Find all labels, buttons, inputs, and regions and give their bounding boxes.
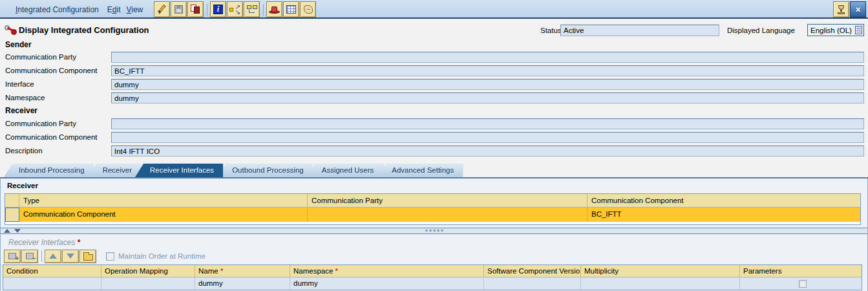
interfaces-table-row[interactable]: dummy dummy bbox=[3, 277, 862, 290]
toolbar-separator bbox=[204, 1, 210, 17]
cell-condition[interactable] bbox=[3, 277, 101, 290]
column-header-namespace[interactable]: Namespace * bbox=[290, 265, 484, 277]
receiver-table: Type Communication Party Communication C… bbox=[5, 193, 861, 225]
relations-button[interactable]: ↗↘ bbox=[227, 1, 243, 17]
receiver-interfaces-title-text: Receiver Interfaces bbox=[8, 238, 75, 247]
column-header-parameters[interactable]: Parameters bbox=[740, 265, 862, 277]
favorites-icon bbox=[837, 5, 845, 14]
info-button[interactable]: i bbox=[210, 1, 226, 17]
tab-receiver-interfaces[interactable]: Receiver Interfaces bbox=[135, 164, 223, 177]
tab-content-panel: Receiver Type Communication Party Commun… bbox=[0, 178, 868, 291]
sender-interface-field[interactable]: dummy bbox=[111, 79, 864, 90]
copy-icon bbox=[191, 5, 201, 14]
receiver-table-footer bbox=[5, 222, 860, 224]
tab-outbound-processing[interactable]: Outbound Processing bbox=[217, 164, 313, 177]
column-header-name[interactable]: Name * bbox=[195, 265, 290, 277]
dropdown-list-icon[interactable] bbox=[855, 26, 862, 34]
page-title: Display Integrated Configuration bbox=[19, 25, 149, 35]
menu-bar: Integrated Configuration Edit View i ↗↘ … bbox=[0, 0, 868, 19]
collapse-down-icon[interactable] bbox=[14, 229, 21, 233]
menu-items: Integrated Configuration Edit View bbox=[16, 0, 151, 19]
tab-receiver[interactable]: Receiver bbox=[88, 164, 141, 177]
close-button[interactable]: × bbox=[850, 1, 866, 17]
open-folder-icon bbox=[83, 254, 93, 261]
cell-software-component-version[interactable] bbox=[484, 277, 581, 290]
cell-communication-party[interactable] bbox=[308, 208, 587, 222]
sender-party-field[interactable] bbox=[111, 52, 864, 63]
receiver-interfaces-toolbar: + − Maintain Order at Runtime bbox=[4, 249, 206, 263]
column-header-communication-component[interactable]: Communication Component bbox=[587, 194, 860, 207]
sap-window: Integrated Configuration Edit View i ↗↘ … bbox=[0, 0, 868, 291]
relations-icon: ↗↘ bbox=[229, 5, 240, 14]
receiver-party-field[interactable] bbox=[111, 118, 864, 129]
column-header-type[interactable]: Type bbox=[19, 194, 308, 207]
column-header-software-component-version[interactable]: Software Component Version bbox=[484, 265, 581, 277]
receiver-interfaces-title: Receiver Interfaces * bbox=[8, 238, 80, 247]
cell-type[interactable]: Communication Component bbox=[19, 208, 308, 222]
menu-edit[interactable]: Edit bbox=[107, 5, 121, 14]
move-up-button[interactable] bbox=[45, 250, 61, 263]
save-icon bbox=[175, 5, 183, 14]
parameters-checkbox[interactable] bbox=[799, 280, 807, 288]
hat-button[interactable] bbox=[266, 1, 282, 17]
menu-view[interactable]: View bbox=[126, 5, 143, 14]
sender-component-field[interactable]: BC_IFTT bbox=[111, 65, 864, 76]
required-marker: * bbox=[78, 238, 81, 247]
cell-communication-component[interactable]: BC_IFTT bbox=[587, 208, 860, 222]
maintain-order-checkbox[interactable] bbox=[106, 252, 114, 261]
display-change-button[interactable] bbox=[154, 1, 170, 17]
copy-button[interactable] bbox=[187, 1, 204, 17]
receiver-table-row-selected[interactable]: Communication Component BC_IFTT bbox=[5, 208, 860, 222]
receiver-table-header: Type Communication Party Communication C… bbox=[5, 194, 860, 208]
receiver-party-label: Communication Party bbox=[5, 120, 76, 127]
move-down-button[interactable] bbox=[62, 250, 79, 263]
receiver-component-field[interactable] bbox=[111, 132, 864, 143]
tab-inbound-processing[interactable]: Inbound Processing bbox=[4, 164, 94, 177]
collapse-up-icon[interactable] bbox=[4, 229, 10, 233]
toolbar-separator bbox=[39, 248, 45, 264]
status-field[interactable]: Active bbox=[560, 25, 719, 36]
where-used-icon bbox=[247, 5, 257, 14]
save-button[interactable] bbox=[171, 1, 187, 17]
splitter-grip-icon[interactable] bbox=[425, 230, 443, 232]
info-icon: i bbox=[213, 5, 223, 14]
column-header-condition[interactable]: Condition bbox=[3, 265, 101, 277]
column-header-communication-party[interactable]: Communication Party bbox=[308, 194, 587, 207]
hat-icon bbox=[269, 5, 280, 14]
sender-interface-label: Interface bbox=[5, 80, 34, 88]
row-selector[interactable] bbox=[5, 208, 19, 222]
cell-operation-mapping[interactable] bbox=[101, 277, 195, 290]
where-used-button[interactable] bbox=[244, 1, 260, 17]
displayed-language-combo[interactable]: English (OL) bbox=[807, 24, 864, 36]
menu-integrated-configuration[interactable]: Integrated Configuration bbox=[16, 5, 99, 14]
tab-assigned-users[interactable]: Assigned Users bbox=[307, 164, 383, 177]
receiver-description-label: Description bbox=[5, 147, 43, 155]
cell-name[interactable]: dummy bbox=[195, 277, 290, 290]
toolbar: i ↗↘ bbox=[154, 1, 317, 17]
sender-component-label: Communication Component bbox=[5, 67, 98, 74]
cell-multiplicity[interactable] bbox=[581, 277, 740, 290]
tab-advanced-settings[interactable]: Advanced Settings bbox=[377, 164, 463, 177]
move-up-icon bbox=[49, 253, 57, 259]
receiver-description-field[interactable]: Int4 IFTT ICO bbox=[111, 146, 864, 156]
open-folder-button[interactable] bbox=[79, 250, 96, 263]
insert-row-button[interactable]: + bbox=[4, 250, 21, 263]
display-change-icon bbox=[157, 5, 167, 14]
delete-row-button[interactable]: − bbox=[21, 250, 38, 263]
integrated-configuration-icon bbox=[5, 25, 17, 35]
table-view-button[interactable] bbox=[283, 1, 299, 17]
column-header-multiplicity[interactable]: Multiplicity bbox=[581, 265, 740, 277]
sender-namespace-field[interactable]: dummy bbox=[111, 92, 864, 103]
move-down-icon bbox=[67, 253, 74, 259]
column-header-operation-mapping[interactable]: Operation Mapping bbox=[101, 265, 195, 277]
cell-namespace[interactable]: dummy bbox=[290, 277, 484, 290]
splitter-bar[interactable] bbox=[1, 228, 867, 234]
receiver-table-title: Receiver bbox=[7, 182, 38, 189]
splitter-arrows bbox=[4, 229, 21, 233]
sender-section-title: Sender bbox=[5, 40, 32, 49]
window-controls: × bbox=[833, 1, 867, 17]
favorites-button[interactable] bbox=[833, 1, 849, 17]
log-button[interactable] bbox=[300, 1, 316, 17]
table-view-icon bbox=[286, 5, 296, 14]
interfaces-table-header: Condition Operation Mapping Name * Names… bbox=[3, 265, 862, 277]
